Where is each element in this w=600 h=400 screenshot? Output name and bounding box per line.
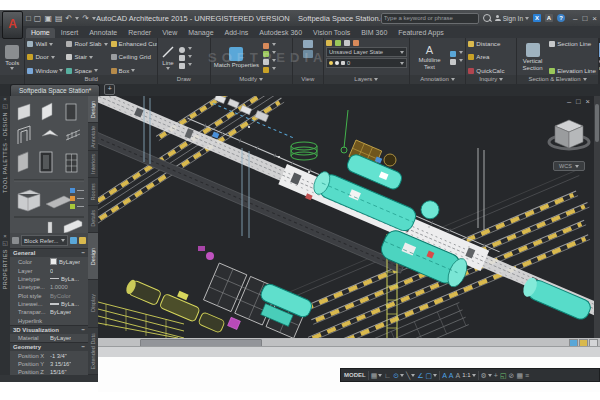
minimize-button[interactable]: – <box>573 14 577 23</box>
view-panel-label[interactable]: View <box>293 75 323 84</box>
close-button[interactable]: × <box>592 14 597 23</box>
undo-dropdown-icon[interactable] <box>75 17 79 20</box>
isometric-drafting-toggle[interactable]: ╲ <box>406 370 415 381</box>
dimension-icon[interactable] <box>450 51 456 57</box>
tab-addins[interactable]: Add-ins <box>220 28 254 38</box>
annotation-scale-icon[interactable]: A <box>456 370 461 381</box>
prop-row-layer[interactable]: Layer 0 <box>10 266 88 274</box>
tab-home[interactable]: Home <box>26 28 55 38</box>
horizontal-scrollbar[interactable] <box>98 338 600 346</box>
rectangle-icon[interactable] <box>179 63 185 69</box>
palette-tab-interiors[interactable]: Interiors <box>88 151 98 178</box>
view-cube-icon[interactable] <box>546 112 592 158</box>
distance-button[interactable]: Distance <box>468 41 504 47</box>
wall-button[interactable]: Wall <box>27 41 63 47</box>
properties-autohide-icon[interactable]: ◱ <box>2 240 8 247</box>
prop-row-position-y[interactable]: Position Y 3 15/16" <box>10 360 88 368</box>
autodesk360-icon[interactable]: A <box>545 14 553 22</box>
layer-tools-row[interactable] <box>326 40 407 46</box>
wcs-dropdown[interactable]: WCS <box>553 161 585 171</box>
enhanced-custom-grid-button[interactable]: Enhanced Custom Grid <box>111 41 157 47</box>
viewport-close-icon[interactable]: × <box>586 97 590 106</box>
new-drawing-tab-button[interactable]: + <box>104 84 115 95</box>
workspace-switching-icon[interactable]: ⚙ <box>481 370 492 381</box>
drawing-viewport[interactable]: – □ × WCS <box>98 96 600 338</box>
layer-off-icon[interactable] <box>335 40 341 46</box>
tab-vision-tools[interactable]: Vision Tools <box>308 28 355 38</box>
modify-tools-grid[interactable] <box>263 40 276 75</box>
multiline-text-button[interactable]: A Multiline Text <box>412 40 448 75</box>
palette-tab-annotate[interactable]: Annotate <box>88 123 98 150</box>
prop-row-hyperlink[interactable]: Hyperlink <box>10 317 88 325</box>
box-button[interactable]: Box <box>111 68 157 74</box>
current-layer-dropdown[interactable]: 0 <box>326 58 407 68</box>
model-space-button[interactable]: MODEL <box>344 372 366 378</box>
prop-row-position-z[interactable]: Position Z 15/16" <box>10 368 88 375</box>
properties-tab-extended-data[interactable]: Extended Data <box>88 328 98 375</box>
tab-bim360[interactable]: BIM 360 <box>356 28 392 38</box>
section-general[interactable]: General − <box>10 248 88 257</box>
collapse-icon[interactable]: − <box>81 250 85 256</box>
draw-panel-label[interactable]: Draw <box>158 75 210 84</box>
ortho-toggle[interactable]: ∟ <box>384 370 391 381</box>
layer-isolate-icon[interactable] <box>344 40 350 46</box>
open-file-icon[interactable]: ▢ <box>34 14 42 23</box>
tool-palette-thumbnails[interactable] <box>10 96 88 233</box>
prop-row-linetype-scale[interactable]: Linetype... 1.0000 <box>10 283 88 291</box>
prop-row-linetype[interactable]: Linetype ByLa... <box>10 275 88 283</box>
palette-tab-rooms[interactable]: Rooms <box>88 178 98 205</box>
new-file-icon[interactable]: □ <box>26 14 31 23</box>
annotation-autoscale-toggle[interactable]: A <box>449 370 454 381</box>
properties-tab-display[interactable]: Display <box>88 280 98 327</box>
tab-featured-apps[interactable]: Featured Apps <box>393 28 449 38</box>
exchange-apps-icon[interactable]: X <box>533 14 541 22</box>
rotate-icon[interactable] <box>263 59 269 65</box>
layers-panel-label[interactable]: Layers <box>324 75 409 84</box>
properties-tab-design[interactable]: Design <box>88 233 98 280</box>
dynamic-input-toggle[interactable]: ∠ <box>417 370 423 381</box>
application-menu-button[interactable]: A <box>2 11 23 39</box>
roof-slab-button[interactable]: Roof Slab <box>66 41 107 47</box>
annotation-visibility-toggle[interactable]: A <box>442 370 447 381</box>
search-input[interactable] <box>381 13 479 24</box>
palette-autohide-icon[interactable]: ◱ <box>2 103 8 110</box>
vertical-section-button[interactable]: Vertical Section <box>519 40 546 75</box>
vertical-scrollbar[interactable] <box>594 96 600 338</box>
inquiry-panel-label[interactable]: Inquiry <box>466 75 516 84</box>
tab-render[interactable]: Render <box>123 28 156 38</box>
prop-row-position-x[interactable]: Position X -1 3/4" <box>10 351 88 359</box>
view-cube[interactable]: WCS <box>546 112 592 171</box>
save-icon[interactable]: ▣ <box>44 14 52 23</box>
tab-view[interactable]: View <box>157 28 182 38</box>
erase-icon[interactable] <box>263 43 269 49</box>
tab-annotate[interactable]: Annotate <box>84 28 122 38</box>
view-icon[interactable] <box>303 40 313 48</box>
area-button[interactable]: Area <box>468 54 504 60</box>
section-3d-visualization[interactable]: 3D Visualization − <box>10 325 88 334</box>
leader-icon[interactable] <box>450 59 456 65</box>
layer-properties-icon[interactable] <box>326 40 332 46</box>
prop-row-transparency[interactable]: Transpar... ByLayer <box>10 308 88 316</box>
match-properties-button[interactable]: Match Properties <box>213 40 260 75</box>
section-geometry[interactable]: Geometry − <box>10 342 88 351</box>
selection-dropdown[interactable]: Block Refer... <box>21 235 68 246</box>
prop-row-material[interactable]: Material ByLayer <box>10 334 88 342</box>
elevation-line-button[interactable]: Elevation Line <box>549 68 596 74</box>
trim-icon[interactable] <box>263 67 269 73</box>
tab-insert[interactable]: Insert <box>56 28 84 38</box>
isolate-objects-icon[interactable]: ⊘ <box>509 370 515 381</box>
toggle-value-icon[interactable] <box>70 237 77 244</box>
line-button[interactable]: Line <box>160 40 176 75</box>
tools-button[interactable]: Tools <box>4 40 20 75</box>
collapse-icon[interactable]: − <box>81 327 85 333</box>
window-button[interactable]: Window <box>27 68 63 74</box>
undo-icon[interactable]: ↶ <box>66 14 73 23</box>
build-panel-label[interactable]: Build <box>25 75 157 84</box>
grid-display-toggle[interactable]: ▦ <box>371 370 383 381</box>
restore-button[interactable]: □ <box>582 14 587 23</box>
polar-tracking-toggle[interactable]: ⊙ <box>393 370 404 381</box>
prop-row-plot-style[interactable]: Plot style ByColor <box>10 292 88 300</box>
viewport-restore-icon[interactable]: □ <box>576 97 581 106</box>
plot-icon[interactable]: ▤ <box>55 14 63 23</box>
collapse-icon[interactable]: − <box>81 344 85 350</box>
